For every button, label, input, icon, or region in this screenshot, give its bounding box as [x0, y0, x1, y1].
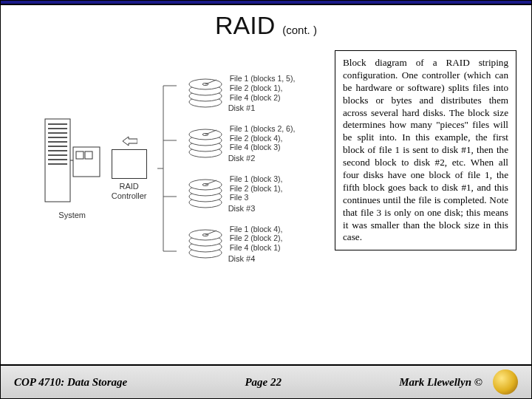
svg-rect-8: [48, 154, 67, 156]
svg-rect-7: [48, 150, 67, 151]
svg-rect-13: [85, 151, 92, 159]
slide-content: System RAID Controller: [1, 43, 531, 364]
svg-rect-3: [48, 132, 67, 134]
slide-title-row: RAID (cont. ): [1, 5, 531, 43]
svg-rect-2: [48, 128, 67, 129]
disk-file-lines: File 1 (block 4), File 2 (block 2), File…: [230, 225, 283, 253]
slide: RAID (cont. ): [0, 0, 532, 399]
disk-row: File 1 (block 4), File 2 (block 2), File…: [187, 225, 296, 263]
slide-footer: COP 4710: Data Storage Page 22 Mark Llew…: [1, 364, 531, 398]
svg-rect-12: [76, 151, 83, 159]
disk-row: File 1 (blocks 1, 5), File 2 (block 1), …: [187, 74, 296, 112]
disk-info: File 1 (blocks 2, 6), File 2 (block 4), …: [230, 124, 296, 163]
disk-label: Disk #4: [228, 254, 283, 263]
disk-file-lines: File 1 (blocks 2, 6), File 2 (block 4), …: [230, 124, 296, 152]
svg-rect-10: [48, 163, 67, 165]
system-label: System: [58, 211, 86, 219]
disk-icon: [187, 226, 224, 262]
raid-controller: RAID Controller: [112, 136, 147, 201]
disk-info: File 1 (blocks 1, 5), File 2 (block 1), …: [230, 74, 296, 112]
svg-rect-9: [48, 159, 67, 160]
slide-title: RAID: [215, 11, 275, 39]
arrow-left-icon: [121, 136, 137, 146]
disk-info: File 1 (block 3), File 2 (block 1), File…: [230, 174, 283, 213]
footer-course: COP 4710: Data Storage: [14, 376, 127, 389]
disks-column: File 1 (blocks 1, 5), File 2 (block 1), …: [187, 74, 296, 262]
svg-rect-5: [48, 141, 67, 143]
disk-file-lines: File 1 (block 3), File 2 (block 1), File…: [230, 174, 283, 202]
raid-diagram: System RAID Controller: [16, 50, 323, 279]
disk-file-lines: File 1 (blocks 1, 5), File 2 (block 1), …: [230, 74, 296, 102]
footer-author: Mark Llewellyn ©: [399, 376, 482, 389]
slide-subtitle: (cont. ): [282, 24, 317, 36]
svg-rect-4: [48, 137, 67, 138]
controller-label: RAID Controller: [112, 182, 147, 201]
ucf-pegasus-logo-icon: [493, 369, 518, 395]
svg-rect-6: [48, 146, 67, 147]
system-icon: [44, 117, 101, 206]
disk-label: Disk #1: [228, 103, 296, 112]
footer-right-wrap: Mark Llewellyn ©: [399, 369, 518, 395]
disk-label: Disk #2: [228, 154, 296, 163]
explanation-box: Block diagram of a RAID striping configu…: [335, 50, 516, 250]
disk-row: File 1 (blocks 2, 6), File 2 (block 4), …: [187, 124, 296, 163]
footer-page: Page 22: [245, 376, 282, 389]
svg-rect-1: [48, 123, 67, 125]
controller-box-icon: [112, 149, 147, 179]
disk-row: File 1 (block 3), File 2 (block 1), File…: [187, 174, 296, 213]
disk-icon: [187, 75, 224, 111]
disk-icon: [187, 126, 224, 161]
disk-icon: [187, 176, 224, 211]
system-unit: System: [44, 117, 101, 219]
fanout-lines-icon: [157, 58, 177, 279]
disk-label: Disk #3: [228, 204, 283, 213]
disk-info: File 1 (block 4), File 2 (block 2), File…: [230, 225, 283, 263]
